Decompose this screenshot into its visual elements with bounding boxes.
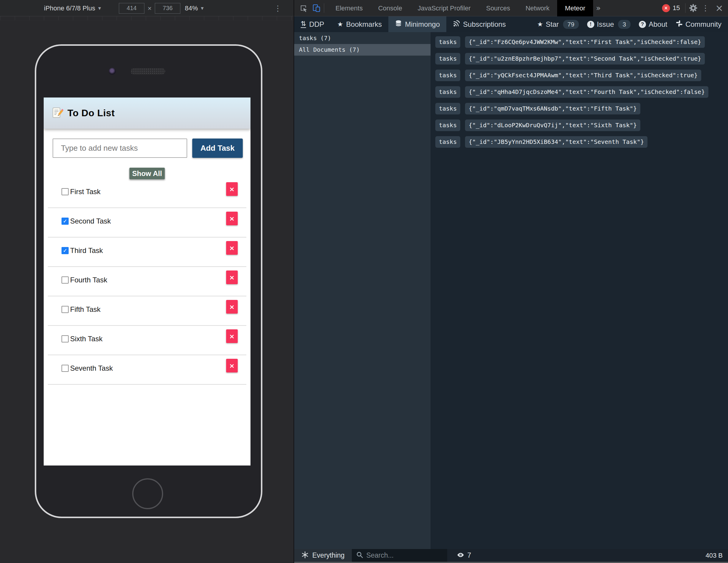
task-label: First Task: [70, 187, 100, 196]
settings-gear-icon[interactable]: [689, 4, 697, 12]
document-row: tasks {"_id":"dLooP2KwDruQvQ7ij","text":…: [435, 119, 728, 131]
delete-task-button[interactable]: ×: [226, 212, 238, 225]
zoom-level-label: 84%: [185, 4, 198, 12]
about-button[interactable]: ? About: [639, 20, 667, 29]
x-icon: ×: [229, 303, 234, 311]
collection-badge[interactable]: tasks: [435, 119, 460, 131]
collection-badge[interactable]: tasks: [435, 70, 460, 81]
app-header: To Do List: [44, 97, 250, 129]
close-icon[interactable]: ×: [713, 2, 728, 14]
x-icon: ×: [229, 333, 234, 340]
broadcast-icon: [453, 20, 460, 29]
device-toolbar-toggle-icon[interactable]: [312, 4, 320, 12]
inspect-element-icon[interactable]: [300, 4, 308, 12]
add-task-button[interactable]: Add Task: [192, 138, 243, 158]
new-task-input[interactable]: [53, 138, 187, 158]
viewport-dimensions: ×: [119, 0, 180, 16]
document-json[interactable]: {"_id":"JB5yYnn2HD5XiB634","text":"Seven…: [465, 136, 647, 148]
star-icon: ★: [537, 21, 543, 28]
delete-task-button[interactable]: ×: [226, 359, 238, 373]
action-label: Star: [546, 20, 559, 29]
chevron-down-icon: ▼: [98, 6, 101, 10]
device-type-select[interactable]: iPhone 6/7/8 Plus ▼: [44, 0, 101, 16]
document-json[interactable]: {"_id":"dLooP2KwDruQvQ7ij","text":"Sixth…: [465, 119, 640, 131]
issue-button[interactable]: ! Issue: [587, 20, 614, 29]
star-icon: ★: [337, 21, 343, 28]
task-checkbox[interactable]: ✓: [62, 217, 69, 225]
task-checkbox[interactable]: ✓: [62, 188, 69, 195]
document-json[interactable]: {"_id":"yQCkFsect4JPMAAwm","text":"Third…: [465, 70, 701, 81]
tab-subscriptions[interactable]: Subscriptions: [446, 16, 512, 32]
tab-sources[interactable]: Sources: [478, 0, 518, 16]
x-icon: ×: [229, 362, 234, 370]
phone-home-button: [132, 478, 163, 509]
task-list: ✓ First Task × ✓ Second Task × ✓ Third T…: [48, 179, 246, 385]
window-edge: [294, 562, 728, 563]
eye-icon: [457, 551, 464, 560]
devtools-pane: Elements Console JavaScript Profiler Sou…: [294, 0, 728, 563]
delete-task-button[interactable]: ×: [226, 270, 238, 284]
error-count-badge[interactable]: × 15: [662, 4, 680, 12]
delete-task-button[interactable]: ×: [226, 329, 238, 343]
zoom-select[interactable]: 84% ▼: [185, 0, 204, 16]
exclamation-icon: !: [587, 21, 594, 28]
document-json[interactable]: {"_id":"qmD7vaqTMxs6ANsdb","text":"Fifth…: [465, 103, 640, 114]
task-checkbox[interactable]: ✓: [62, 365, 69, 372]
star-repo-button[interactable]: ★ Star: [537, 20, 559, 29]
task-checkbox[interactable]: ✓: [62, 276, 69, 284]
search-input[interactable]: [366, 551, 432, 559]
community-button[interactable]: Community: [676, 20, 721, 29]
emulation-viewport: To Do List Add Task Show All ✓ First Tas…: [0, 16, 294, 563]
task-label: Third Task: [70, 246, 103, 255]
tab-meteor[interactable]: Meteor: [557, 0, 593, 16]
collection-badge[interactable]: tasks: [435, 103, 460, 114]
tab-console[interactable]: Console: [371, 0, 410, 16]
meteor-extension-toolbar: ⇅ DDP ★ Bookmarks Minimongo: [294, 16, 728, 32]
action-label: Community: [686, 20, 721, 29]
collection-badge[interactable]: tasks: [435, 53, 460, 64]
show-all-button[interactable]: Show All: [130, 168, 165, 179]
task-checkbox[interactable]: ✓: [62, 335, 69, 343]
phone-speaker: [131, 68, 165, 75]
visible-docs-counter[interactable]: 7: [457, 551, 471, 560]
collection-badge[interactable]: tasks: [435, 36, 460, 48]
toolbar-divider: [324, 3, 324, 13]
tab-bookmarks[interactable]: ★ Bookmarks: [331, 16, 388, 32]
devtools-menu-icon[interactable]: ⋮: [697, 0, 713, 16]
more-tabs-icon[interactable]: »: [593, 4, 604, 12]
sidebar-item-tasks[interactable]: tasks (7): [294, 32, 431, 44]
chevron-down-icon: ▼: [201, 6, 204, 10]
device-toolbar-menu-icon[interactable]: ⋮: [274, 0, 282, 16]
document-row: tasks {"_id":"yQCkFsect4JPMAAwm","text":…: [435, 70, 728, 81]
delete-task-button[interactable]: ×: [226, 182, 238, 196]
tab-ddp[interactable]: ⇅ DDP: [294, 16, 331, 32]
device-toolbar: iPhone 6/7/8 Plus ▼ × 84% ▼ ⋮: [0, 0, 294, 16]
tab-network[interactable]: Network: [518, 0, 557, 16]
tab-minimongo[interactable]: Minimongo: [388, 16, 446, 32]
tab-elements[interactable]: Elements: [328, 0, 371, 16]
task-row: ✓ Fifth Task ×: [48, 297, 246, 326]
document-json[interactable]: {"_id":"qHha4D7jqcDszoMe4","text":"Fourt…: [465, 86, 708, 98]
task-checkbox[interactable]: ✓: [62, 306, 69, 313]
delete-task-button[interactable]: ×: [226, 241, 238, 255]
delete-task-button[interactable]: ×: [226, 300, 238, 314]
document-json[interactable]: {"_id":"Fz6CQe6pv4JWW2KMw","text":"First…: [465, 36, 705, 48]
scope-filter-button[interactable]: Everything: [294, 549, 352, 562]
device-emulation-pane: iPhone 6/7/8 Plus ▼ × 84% ▼ ⋮: [0, 0, 294, 563]
document-json[interactable]: {"_id":"u2znE8pzhrBejhbp7","text":"Secon…: [465, 53, 705, 64]
ruler: [0, 16, 294, 20]
sidebar-item-all-documents[interactable]: All Documents (7): [294, 44, 431, 56]
error-count-label: 15: [673, 4, 680, 12]
tab-javascript-profiler[interactable]: JavaScript Profiler: [410, 0, 478, 16]
task-checkbox[interactable]: ✓: [62, 247, 69, 254]
collection-badge[interactable]: tasks: [435, 136, 460, 148]
scope-label: Everything: [312, 551, 345, 559]
minimongo-panel: tasks (7) All Documents (7) tasks {"_id"…: [294, 32, 728, 549]
tab-label: Bookmarks: [346, 20, 382, 29]
device-type-label: iPhone 6/7/8 Plus: [44, 4, 95, 12]
viewport-height-input[interactable]: [155, 3, 180, 14]
viewport-width-input[interactable]: [119, 3, 144, 14]
collection-badge[interactable]: tasks: [435, 86, 460, 98]
phone-mockup: To Do List Add Task Show All ✓ First Tas…: [35, 44, 262, 518]
document-row: tasks {"_id":"qHha4D7jqcDszoMe4","text":…: [435, 86, 728, 98]
